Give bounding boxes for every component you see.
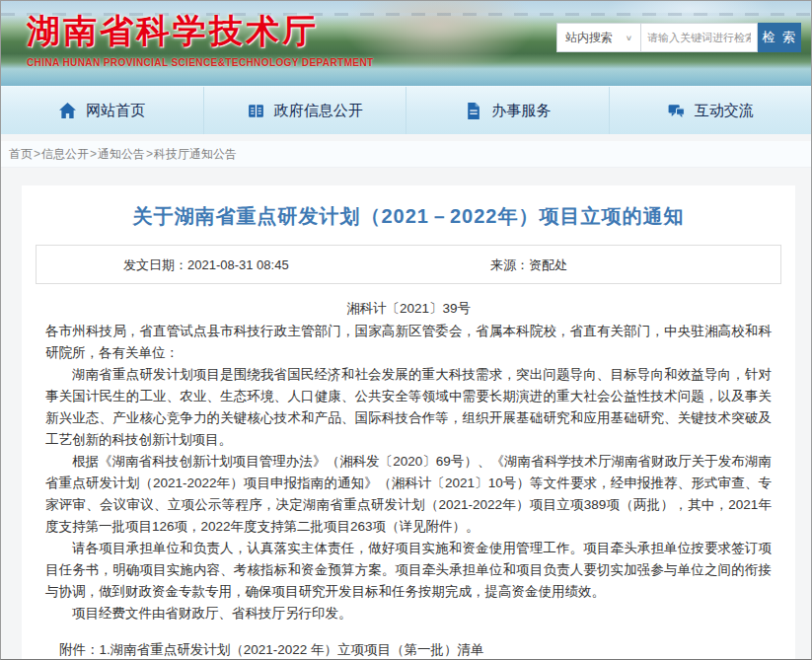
search-button[interactable]: 检 索 bbox=[758, 23, 801, 52]
salutation: 各市州科技局，省直管试点县市科技行政主管部门，国家高新区管委会，省属本科院校，省… bbox=[45, 321, 772, 364]
site-identity: 湖南省科学技术厅 CHINA HUNAN PROVINCIAL SCIENCE&… bbox=[27, 9, 374, 68]
breadcrumb-item-current[interactable]: 科技厅通知公告 bbox=[154, 147, 237, 161]
source-label: 来源： bbox=[490, 257, 529, 272]
nav-item-home[interactable]: 网站首页 bbox=[1, 87, 204, 134]
nav-item-label: 网站首页 bbox=[86, 102, 145, 120]
publish-date: 发文日期：2021-08-31 08:45 bbox=[123, 246, 289, 285]
site-banner: 湖南省科学技术厅 CHINA HUNAN PROVINCIAL SCIENCE&… bbox=[1, 1, 811, 86]
info-open-icon bbox=[247, 102, 265, 120]
paragraph: 湖南省重点研发计划项目是围绕我省国民经济和社会发展的重大科技需求，突出问题导向、… bbox=[45, 364, 772, 451]
article-body: 各市州科技局，省直管试点县市科技行政主管部门，国家高新区管委会，省属本科院校，省… bbox=[45, 321, 772, 624]
breadcrumb-separator: > bbox=[34, 147, 40, 161]
publish-date-value: 2021-08-31 08:45 bbox=[187, 257, 289, 272]
main-nav: 网站首页 政府信息公开 办事服务 bbox=[1, 86, 811, 134]
breadcrumb-separator: > bbox=[90, 147, 97, 161]
source-value: 资配处 bbox=[529, 257, 567, 272]
breadcrumb-item-home[interactable]: 首页 bbox=[9, 147, 33, 161]
search-scope-label: 站内搜索 bbox=[565, 30, 613, 46]
page: 湖南省科学技术厅 CHINA HUNAN PROVINCIAL SCIENCE&… bbox=[0, 0, 812, 660]
nav-item-interaction[interactable]: 互动交流 bbox=[610, 87, 812, 134]
search-input[interactable] bbox=[641, 23, 758, 52]
site-subtitle: CHINA HUNAN PROVINCIAL SCIENCE&TECHNOLOG… bbox=[27, 57, 374, 68]
attachments: 附件： 1.湖南省重点研发计划（2021-2022 年）立项项目（第一批）清单 … bbox=[59, 639, 772, 659]
paragraph: 根据《湖南省科技创新计划项目管理办法》（湘科发〔2020〕69号）、《湖南省科学… bbox=[45, 451, 772, 538]
chevron-down-icon: ∨ bbox=[626, 34, 632, 42]
service-icon bbox=[464, 102, 482, 120]
interaction-icon bbox=[667, 102, 686, 120]
document-number: 湘科计〔2021〕39号 bbox=[45, 300, 772, 318]
nav-item-services[interactable]: 办事服务 bbox=[406, 87, 610, 134]
article: 关于湖南省重点研发计划（2021－2022年）项目立项的通知 发文日期：2021… bbox=[22, 185, 795, 659]
site-title: 湖南省科学技术厅 bbox=[27, 9, 374, 54]
home-icon bbox=[58, 102, 77, 120]
paragraph: 请各项目承担单位和负责人，认真落实主体责任，做好项目实施和资金使用管理工作。项目… bbox=[45, 538, 772, 603]
breadcrumb-item-notices[interactable]: 通知公告 bbox=[98, 147, 145, 161]
page-title: 关于湖南省重点研发计划（2021－2022年）项目立项的通知 bbox=[45, 203, 772, 230]
main-area: 关于湖南省重点研发计划（2021－2022年）项目立项的通知 发文日期：2021… bbox=[1, 168, 811, 659]
attachment-list: 1.湖南省重点研发计划（2021-2022 年）立项项目（第一批）清单 2.湖南… bbox=[100, 639, 484, 659]
breadcrumb: 首页>信息公开>通知公告>科技厅通知公告 bbox=[1, 141, 811, 168]
breadcrumb-item-info[interactable]: 信息公开 bbox=[41, 147, 89, 161]
nav-item-label: 互动交流 bbox=[695, 102, 754, 120]
search-bar: 站内搜索 ∨ 检 索 bbox=[556, 23, 801, 52]
source: 来源：资配处 bbox=[490, 246, 567, 285]
paragraph: 项目经费文件由省财政厅、省科技厅另行印发。 bbox=[45, 603, 772, 624]
nav-item-label: 政府信息公开 bbox=[274, 102, 363, 120]
nav-item-gov-info[interactable]: 政府信息公开 bbox=[204, 87, 407, 134]
article-meta: 发文日期：2021-08-31 08:45 来源：资配处 bbox=[36, 245, 781, 284]
publish-date-label: 发文日期： bbox=[123, 257, 187, 272]
nav-item-label: 办事服务 bbox=[491, 102, 551, 120]
search-scope-select[interactable]: 站内搜索 ∨ bbox=[556, 23, 641, 52]
attachments-label: 附件： bbox=[59, 639, 100, 659]
attachment-link-1[interactable]: 1.湖南省重点研发计划（2021-2022 年）立项项目（第一批）清单 bbox=[100, 639, 484, 659]
breadcrumb-separator: > bbox=[146, 147, 153, 161]
